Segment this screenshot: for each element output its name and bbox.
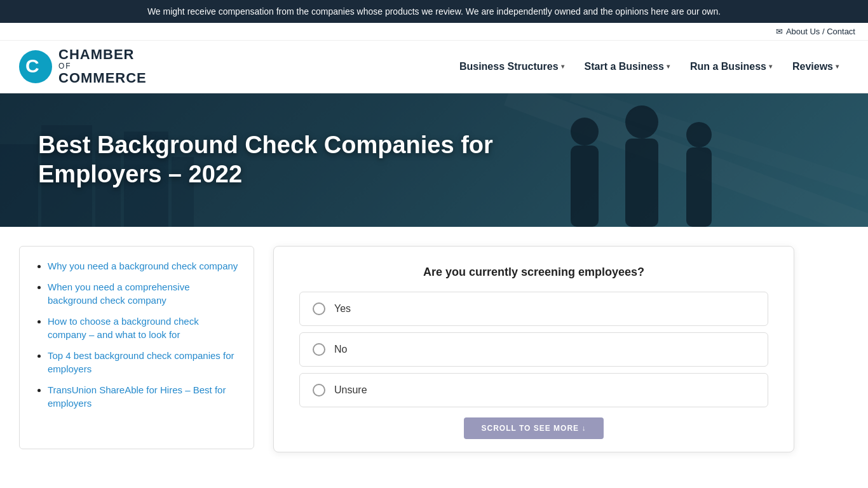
toc-link-toc-5[interactable]: TransUnion ShareAble for Hires – Best fo… bbox=[48, 384, 226, 409]
top-banner: We might receive compensation from the c… bbox=[0, 0, 868, 23]
toc-item: Why you need a background check company bbox=[48, 259, 238, 273]
quiz-options: YesNoUnsure bbox=[299, 292, 768, 407]
toc-item: TransUnion ShareAble for Hires – Best fo… bbox=[48, 383, 238, 410]
nav-item-start-a-business[interactable]: Start a Business▾ bbox=[574, 55, 680, 79]
radio-circle bbox=[313, 302, 325, 315]
nav-item-run-a-business[interactable]: Run a Business▾ bbox=[680, 55, 782, 79]
about-contact-label: About Us / Contact bbox=[786, 27, 855, 36]
quiz-option-opt-yes[interactable]: Yes bbox=[299, 292, 768, 326]
toc-link-toc-3[interactable]: How to choose a background check company… bbox=[48, 316, 199, 340]
main-nav: Business Structures▾Start a Business▾Run… bbox=[449, 55, 849, 79]
utility-bar: About Us / Contact bbox=[0, 23, 868, 41]
main-content: Why you need a background check companyW… bbox=[0, 227, 868, 471]
toc-item: Top 4 best background check companies fo… bbox=[48, 349, 238, 376]
quiz-option-label: Yes bbox=[334, 303, 351, 315]
toc-item: How to choose a background check company… bbox=[48, 315, 238, 341]
hero-title: Best Background Check Companies for Empl… bbox=[0, 131, 572, 189]
quiz-question: Are you currently screening employees? bbox=[299, 266, 768, 279]
chevron-down-icon: ▾ bbox=[667, 63, 670, 70]
toc-list: Why you need a background check companyW… bbox=[35, 259, 238, 410]
quiz-option-opt-no[interactable]: No bbox=[299, 332, 768, 367]
banner-text: We might receive compensation from the c… bbox=[147, 6, 721, 17]
toc-sidebar: Why you need a background check companyW… bbox=[19, 246, 254, 449]
logo-text: CHAMBER OF COMMERCE bbox=[58, 47, 147, 86]
logo-link[interactable]: C CHAMBER OF COMMERCE bbox=[19, 47, 147, 86]
toc-link-toc-4[interactable]: Top 4 best background check companies fo… bbox=[48, 350, 234, 374]
toc-link-toc-2[interactable]: When you need a comprehensive background… bbox=[48, 281, 189, 306]
chamber-logo-icon: C bbox=[19, 50, 52, 83]
chevron-down-icon: ▾ bbox=[836, 63, 839, 70]
envelope-icon bbox=[776, 27, 783, 36]
toc-link-toc-1[interactable]: Why you need a background check company bbox=[48, 261, 238, 271]
hero-banner: Best Background Check Companies for Empl… bbox=[0, 93, 868, 227]
quiz-card: Are you currently screening employees? Y… bbox=[273, 246, 794, 452]
about-contact-link[interactable]: About Us / Contact bbox=[776, 27, 855, 36]
radio-circle bbox=[313, 343, 325, 356]
main-header: C CHAMBER OF COMMERCE Business Structure… bbox=[0, 41, 868, 93]
chevron-down-icon: ▾ bbox=[561, 63, 564, 70]
quiz-option-opt-unsure[interactable]: Unsure bbox=[299, 373, 768, 407]
chevron-down-icon: ▾ bbox=[769, 63, 772, 70]
nav-item-business-structures[interactable]: Business Structures▾ bbox=[449, 55, 574, 79]
quiz-option-label: Unsure bbox=[334, 384, 367, 396]
scroll-to-more-button[interactable]: SCROLL TO SEE MORE ↓ bbox=[464, 417, 604, 439]
nav-item-reviews[interactable]: Reviews▾ bbox=[782, 55, 849, 79]
toc-item: When you need a comprehensive background… bbox=[48, 280, 238, 307]
svg-text:C: C bbox=[25, 55, 39, 76]
logo-commerce: COMMERCE bbox=[58, 71, 147, 86]
radio-circle bbox=[313, 384, 325, 396]
logo-chamber: CHAMBER bbox=[58, 47, 147, 62]
quiz-option-label: No bbox=[334, 344, 347, 355]
